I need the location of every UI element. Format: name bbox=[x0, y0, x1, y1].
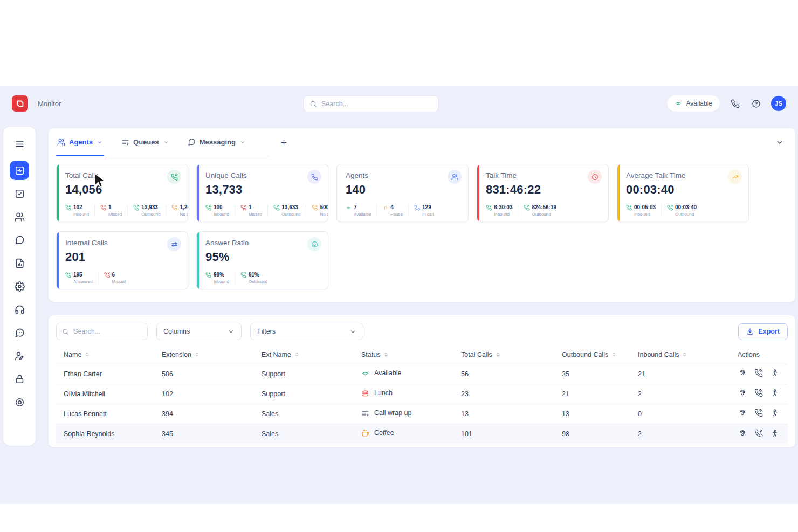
sidebar-item-user-edit[interactable] bbox=[10, 346, 29, 365]
sort-icon[interactable] bbox=[495, 351, 501, 357]
stat-title: Agents bbox=[346, 170, 368, 179]
phone-outgoing-icon bbox=[667, 205, 673, 211]
app-title: Monitor bbox=[38, 100, 61, 108]
table-row-olivia-mitchell[interactable]: Olivia Mitchell102SupportLunch23212 bbox=[56, 384, 788, 404]
chat-icon bbox=[15, 235, 25, 245]
barge-button[interactable] bbox=[770, 429, 779, 438]
cell-actions bbox=[730, 384, 788, 404]
sidebar-item-chat-dots[interactable] bbox=[10, 323, 29, 342]
sidebar-item-chat[interactable] bbox=[10, 230, 29, 250]
tab-agents[interactable]: Agents bbox=[56, 128, 104, 156]
call-button[interactable] bbox=[754, 369, 763, 378]
collapse-panel-button[interactable] bbox=[773, 135, 787, 149]
table-search[interactable] bbox=[56, 323, 148, 340]
stat-inbound: 100Inbound bbox=[205, 204, 235, 217]
col-header-ext-name[interactable]: Ext Name bbox=[254, 346, 354, 364]
sort-icon[interactable] bbox=[84, 351, 90, 357]
sidebar-item-gear[interactable] bbox=[10, 277, 29, 296]
export-label: Export bbox=[758, 328, 780, 335]
call-button[interactable] bbox=[754, 429, 763, 438]
listen-button[interactable] bbox=[738, 409, 747, 418]
table-row-ethan-carter[interactable]: Ethan Carter506SupportAvailable563521 bbox=[56, 364, 788, 384]
phone-incoming-icon bbox=[65, 205, 71, 211]
sidebar-item-monitor-activity[interactable] bbox=[10, 161, 29, 180]
table-search-input[interactable] bbox=[73, 328, 142, 335]
target-icon bbox=[15, 397, 25, 407]
listen-icon bbox=[738, 369, 747, 377]
menu-toggle[interactable] bbox=[10, 134, 29, 154]
call-icon bbox=[754, 369, 763, 377]
columns-dropdown[interactable]: Columns bbox=[156, 323, 242, 340]
cell-actions bbox=[730, 404, 788, 424]
user-avatar[interactable]: JS bbox=[771, 96, 786, 111]
barge-button[interactable] bbox=[770, 369, 779, 378]
add-tab-button[interactable] bbox=[277, 135, 291, 149]
col-header-extension[interactable]: Extension bbox=[154, 346, 254, 364]
stat-missed: 1Missed bbox=[235, 204, 267, 217]
col-header-status[interactable]: Status bbox=[354, 346, 453, 364]
sort-icon[interactable] bbox=[682, 351, 687, 357]
cell-total-calls: 56 bbox=[453, 364, 554, 384]
smiley-icon bbox=[307, 237, 321, 251]
sidebar-item-report[interactable] bbox=[10, 253, 29, 273]
sidebar-item-headset[interactable] bbox=[10, 300, 29, 319]
top-bar: Monitor Available JS bbox=[0, 86, 798, 121]
col-header-total-calls[interactable]: Total Calls bbox=[453, 346, 554, 364]
listen-button[interactable] bbox=[738, 389, 747, 398]
filters-dropdown[interactable]: Filters bbox=[250, 323, 363, 340]
call-button[interactable] bbox=[754, 409, 763, 418]
availability-label: Available bbox=[686, 100, 712, 107]
phone-icon bbox=[414, 205, 420, 211]
global-search[interactable] bbox=[304, 95, 438, 112]
listen-button[interactable] bbox=[738, 369, 747, 378]
sidebar-item-check-square[interactable] bbox=[10, 184, 29, 203]
listen-button[interactable] bbox=[738, 429, 747, 438]
stat-breakdown: 98%Inbound91%Outbound bbox=[205, 272, 321, 284]
barge-button[interactable] bbox=[770, 409, 779, 418]
export-button[interactable]: Export bbox=[738, 323, 788, 340]
sort-icon[interactable] bbox=[611, 351, 617, 357]
help-button[interactable] bbox=[750, 98, 762, 109]
check-square-icon bbox=[15, 189, 25, 199]
col-header-inbound-calls[interactable]: Inbound Calls bbox=[630, 346, 730, 364]
sort-icon[interactable] bbox=[194, 351, 200, 357]
sort-icon[interactable] bbox=[294, 351, 300, 357]
col-header-outbound-calls[interactable]: Outbound Calls bbox=[554, 346, 630, 364]
cell-total-calls: 23 bbox=[453, 384, 554, 404]
monitor-activity-icon bbox=[15, 165, 25, 176]
table-row-sophia-reynolds[interactable]: Sophia Reynolds345SalesCoffee101982 bbox=[56, 424, 788, 444]
cell-inbound-calls: 0 bbox=[630, 404, 730, 424]
chat-icon bbox=[188, 138, 196, 146]
stat-missed: 6Missed bbox=[98, 272, 131, 284]
stat-inbound: 00:05:03Inbound bbox=[626, 204, 661, 217]
listen-icon bbox=[738, 409, 747, 417]
app-logo[interactable] bbox=[12, 95, 28, 112]
table-row-lucas-bennett[interactable]: Lucas Bennett394SalesCall wrap up13130 bbox=[56, 404, 788, 424]
sort-icon[interactable] bbox=[383, 351, 389, 357]
stat-inbound: 8:30:03Inbound bbox=[486, 204, 518, 217]
stat-answered: 195Answered bbox=[65, 272, 98, 284]
phone-button[interactable] bbox=[729, 98, 741, 109]
barge-button[interactable] bbox=[770, 389, 779, 398]
sidebar-item-target[interactable] bbox=[10, 392, 29, 412]
stat-outbound: 00:03:40Outbound bbox=[661, 204, 702, 217]
listen-icon bbox=[738, 389, 747, 397]
tab-row: AgentsQueuesMessaging bbox=[49, 128, 795, 156]
menu-icon bbox=[15, 139, 25, 149]
chevron-down-icon bbox=[97, 139, 103, 146]
phone-missed-icon bbox=[104, 272, 110, 278]
sidebar-item-users[interactable] bbox=[10, 207, 29, 226]
cell-extension: 394 bbox=[154, 404, 254, 424]
col-header-name[interactable]: Name bbox=[56, 346, 154, 364]
barge-icon bbox=[771, 369, 779, 377]
global-search-input[interactable] bbox=[321, 100, 432, 108]
availability-pill[interactable]: Available bbox=[667, 95, 720, 112]
stat-value: 201 bbox=[65, 250, 181, 264]
tab-messaging[interactable]: Messaging bbox=[187, 128, 247, 156]
sidebar-item-lock[interactable] bbox=[10, 369, 29, 389]
call-button[interactable] bbox=[754, 389, 763, 398]
tab-queues[interactable]: Queues bbox=[120, 128, 170, 156]
chevron-down-icon bbox=[228, 328, 235, 335]
tab-label: Messaging bbox=[200, 138, 236, 146]
lunch-icon bbox=[361, 389, 369, 397]
